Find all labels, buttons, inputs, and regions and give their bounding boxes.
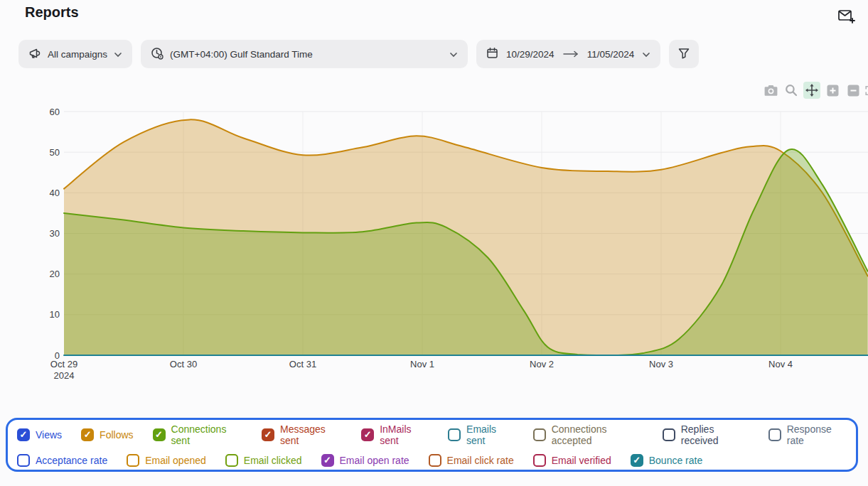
legend-item-messages-sent[interactable]: ✓Messages sent xyxy=(262,423,342,446)
legend-label: Replies received xyxy=(681,423,749,446)
legend-checkbox-views[interactable]: ✓ xyxy=(17,428,30,441)
chart-modebar xyxy=(762,82,868,99)
x-tick-label: Oct 29 xyxy=(50,359,77,369)
legend-row: Acceptance rateEmail openedEmail clicked… xyxy=(17,454,847,467)
legend-checkbox-follows[interactable]: ✓ xyxy=(81,428,94,441)
legend-label: Views xyxy=(36,429,62,441)
y-tick-label: 0 xyxy=(55,350,60,361)
autoscale-icon[interactable] xyxy=(865,82,868,99)
legend-checkbox-email-click-rate[interactable] xyxy=(429,454,441,467)
y-tick-label: 60 xyxy=(50,107,60,117)
legend-label: Follows xyxy=(100,429,133,441)
checkmark-icon: ✓ xyxy=(364,430,372,439)
campaigns-dropdown-label: All campaigns xyxy=(48,49,107,60)
x-tick-label: Nov 1 xyxy=(410,359,434,369)
legend-checkbox-email-open-rate[interactable]: ✓ xyxy=(321,454,334,467)
legend-label: Email open rate xyxy=(340,455,409,466)
y-tick-label: 40 xyxy=(50,188,60,198)
filter-bar: All campaigns (GMT+04:00) Gulf Standard … xyxy=(18,40,699,68)
checkmark-icon: ✓ xyxy=(84,430,92,439)
checkmark-icon: ✓ xyxy=(264,430,272,439)
date-range-picker[interactable]: 10/29/2024 11/05/2024 xyxy=(476,40,660,68)
zoom-out-icon[interactable] xyxy=(845,82,862,99)
legend-item-replies-received[interactable]: Replies received xyxy=(663,423,749,446)
zoom-in-icon[interactable] xyxy=(824,82,841,99)
legend-item-emails-sent[interactable]: Emails sent xyxy=(448,423,514,446)
series-line-connections-sent xyxy=(64,149,868,355)
legend-checkbox-replies-received[interactable] xyxy=(663,428,675,441)
series-area-connections-sent xyxy=(64,149,868,355)
legend-label: Connections sent xyxy=(171,423,242,446)
legend-label: Connections accepted xyxy=(552,423,643,446)
page-title: Reports xyxy=(25,4,79,21)
legend-item-connections-accepted[interactable]: Connections accepted xyxy=(533,423,643,446)
checkmark-icon: ✓ xyxy=(633,455,641,465)
date-range-end: 11/05/2024 xyxy=(586,49,636,60)
legend-label: Response rate xyxy=(787,423,847,446)
x-tick-label: Nov 3 xyxy=(649,359,673,369)
x-tick-label: Oct 31 xyxy=(289,359,316,369)
legend-checkbox-acceptance-rate[interactable] xyxy=(17,454,30,467)
timezone-dropdown[interactable]: (GMT+04:00) Gulf Standard Time xyxy=(141,40,468,68)
legend-item-follows[interactable]: ✓Follows xyxy=(81,428,133,441)
legend-item-views[interactable]: ✓Views xyxy=(17,428,62,441)
legend-label: Email clicked xyxy=(244,455,302,466)
legend-label: Bounce rate xyxy=(649,455,703,466)
legend-label: Acceptance rate xyxy=(36,455,107,466)
clock-settings-icon xyxy=(151,47,164,62)
date-range-start: 10/29/2024 xyxy=(505,49,556,60)
legend-item-email-opened[interactable]: Email opened xyxy=(127,454,206,467)
legend-checkbox-email-verified[interactable] xyxy=(533,454,546,467)
legend-label: InMails sent xyxy=(380,423,429,446)
legend-label: Emails sent xyxy=(466,423,514,446)
legend-item-email-click-rate[interactable]: Email click rate xyxy=(429,454,514,467)
x-tick-label: Nov 4 xyxy=(768,359,793,369)
legend-checkbox-emails-sent[interactable] xyxy=(448,428,461,441)
legend-checkbox-bounce-rate[interactable]: ✓ xyxy=(631,454,643,467)
chevron-down-icon xyxy=(114,49,122,60)
new-email-button[interactable] xyxy=(835,6,857,27)
checkmark-icon: ✓ xyxy=(155,430,163,439)
legend-checkbox-email-opened[interactable] xyxy=(127,454,139,467)
y-tick-label: 10 xyxy=(50,309,60,320)
y-tick-label: 30 xyxy=(50,228,60,239)
legend-item-acceptance-rate[interactable]: Acceptance rate xyxy=(17,454,107,467)
campaigns-dropdown[interactable]: All campaigns xyxy=(18,40,132,68)
legend-row: ✓Views✓Follows✓Connections sent✓Messages… xyxy=(17,423,847,446)
x-tick-label: Nov 2 xyxy=(530,359,554,369)
legend-item-bounce-rate[interactable]: ✓Bounce rate xyxy=(631,454,703,467)
chevron-down-icon xyxy=(642,49,650,60)
legend-item-response-rate[interactable]: Response rate xyxy=(768,423,847,446)
legend-item-inmails-sent[interactable]: ✓InMails sent xyxy=(361,423,429,446)
download-camera-icon[interactable] xyxy=(762,82,779,99)
legend-item-connections-sent[interactable]: ✓Connections sent xyxy=(153,423,242,446)
legend-checkbox-connections-sent[interactable]: ✓ xyxy=(153,428,166,441)
legend-checkbox-connections-accepted[interactable] xyxy=(533,428,546,441)
legend-label: Email opened xyxy=(145,455,206,466)
metrics-legend-panel: ✓Views✓Follows✓Connections sent✓Messages… xyxy=(6,418,858,472)
legend-checkbox-email-clicked[interactable] xyxy=(225,454,238,467)
envelope-plus-icon xyxy=(837,7,855,26)
y-tick-label: 20 xyxy=(50,269,60,279)
pan-icon[interactable] xyxy=(803,82,820,99)
chevron-down-icon xyxy=(449,49,458,60)
x-tick-sub-label: 2024 xyxy=(54,370,75,381)
megaphone-icon xyxy=(28,47,41,62)
legend-label: Messages sent xyxy=(280,423,342,446)
legend-item-email-open-rate[interactable]: ✓Email open rate xyxy=(321,454,409,467)
legend-rows: ✓Views✓Follows✓Connections sent✓Messages… xyxy=(17,423,847,467)
series-area-follows xyxy=(64,119,868,355)
calendar-icon xyxy=(486,47,498,61)
legend-item-email-verified[interactable]: Email verified xyxy=(533,454,611,467)
checkmark-icon: ✓ xyxy=(20,430,28,439)
legend-checkbox-inmails-sent[interactable]: ✓ xyxy=(361,428,374,441)
legend-label: Email click rate xyxy=(447,455,514,466)
y-tick-label: 50 xyxy=(50,147,60,158)
legend-item-email-clicked[interactable]: Email clicked xyxy=(225,454,302,467)
legend-checkbox-response-rate[interactable] xyxy=(768,428,781,441)
filter-button[interactable] xyxy=(669,40,699,68)
zoom-magnifier-icon[interactable] xyxy=(783,82,800,99)
series-line-follows xyxy=(64,119,868,276)
legend-checkbox-messages-sent[interactable]: ✓ xyxy=(262,428,274,441)
x-tick-label: Oct 30 xyxy=(170,359,197,369)
